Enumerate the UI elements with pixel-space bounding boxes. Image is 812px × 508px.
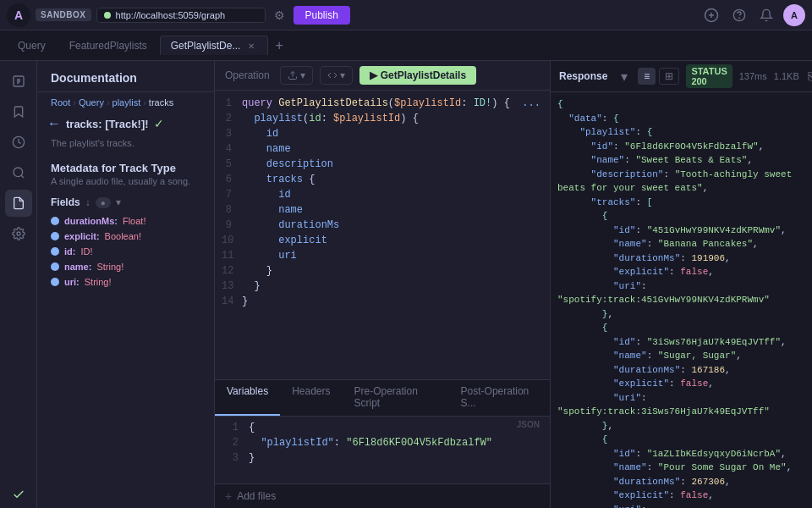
- run-query-button[interactable]: ▶ GetPlaylistDetails: [359, 66, 476, 85]
- field-dot-icon: [51, 247, 59, 256]
- code-editor[interactable]: 1 query GetPlaylistDetails($playlistId: …: [215, 91, 550, 379]
- breadcrumb: Root › Query › playlist › tracks: [37, 92, 214, 113]
- tab-headers[interactable]: Headers: [280, 380, 342, 416]
- response-panel: Response ▾ ≡ ⊞ STATUS 200 137ms 1.1KB ⎘ …: [550, 61, 812, 508]
- format-list-button[interactable]: ≡: [638, 68, 656, 85]
- fields-sort-button[interactable]: ↓: [85, 196, 91, 208]
- url-settings-button[interactable]: ⚙: [271, 7, 288, 24]
- field-type: Float!: [123, 216, 146, 226]
- tab-close-icon[interactable]: ✕: [245, 40, 257, 52]
- code-line-4: 4 name: [215, 143, 550, 158]
- tab-featured-playlists[interactable]: FeaturedPlaylists: [58, 36, 158, 55]
- code-line-12: 12 }: [215, 265, 550, 280]
- doc-panel-title: Documentation: [37, 61, 214, 92]
- svg-point-7: [17, 232, 20, 235]
- nav-operations-button[interactable]: [5, 68, 32, 95]
- format-grid-button[interactable]: ⊞: [659, 68, 679, 85]
- fields-count-badge: ●: [96, 197, 111, 208]
- tab-post-operation[interactable]: Post-Operation S...: [449, 380, 550, 416]
- breadcrumb-root[interactable]: Root: [51, 97, 70, 108]
- breadcrumb-playlist[interactable]: playlist: [112, 97, 141, 108]
- json-label: JSON: [517, 420, 540, 429]
- response-label: Response: [559, 70, 607, 82]
- nav-history-button[interactable]: [5, 129, 32, 156]
- response-size: 1.1KB: [774, 71, 799, 81]
- help-button[interactable]: [729, 7, 749, 24]
- code-line-10: 10 explicit: [215, 235, 550, 250]
- field-type: ID!: [80, 246, 92, 257]
- code-line-11: 11 uri: [215, 250, 550, 265]
- top-bar-right-icons: A: [700, 4, 805, 26]
- nav-docs-button[interactable]: [5, 190, 32, 217]
- code-line-14: 14 }: [215, 295, 550, 311]
- field-dot-icon: [51, 232, 59, 240]
- format-query-button[interactable]: ▾: [320, 66, 353, 85]
- code-line-6: 6 tracks {: [215, 174, 550, 189]
- tab-featured-label: FeaturedPlaylists: [69, 40, 147, 52]
- nav-bookmark-button[interactable]: [5, 98, 32, 125]
- tab-query-label: Query: [18, 40, 46, 52]
- code-line-8: 8 name: [215, 204, 550, 219]
- fields-more-button[interactable]: ▾: [116, 196, 121, 208]
- tab-query[interactable]: Query: [7, 36, 57, 55]
- top-bar: A SANDBOX http://localhost:5059/graph ⚙ …: [0, 0, 812, 30]
- response-dropdown-button[interactable]: ▾: [617, 67, 631, 86]
- tab-get-playlist[interactable]: GetPlaylistDe... ✕: [160, 36, 269, 55]
- response-body: { "data": { "playlist": { "id": "6Fl8d6K…: [551, 92, 812, 508]
- tab-variables[interactable]: Variables: [215, 380, 280, 416]
- nav-settings-button[interactable]: [5, 220, 32, 247]
- doc-fields-list: durationMs: Float! explicit: Boolean! id…: [37, 213, 214, 508]
- main-content: Documentation Root › Query › playlist › …: [0, 61, 812, 508]
- field-name: durationMs:: [64, 216, 118, 226]
- response-time: 137ms: [739, 71, 767, 81]
- upload-query-button[interactable]: ▾: [280, 66, 313, 85]
- field-type: Boolean!: [105, 231, 141, 241]
- add-tab-button[interactable]: +: [270, 36, 288, 55]
- back-button[interactable]: ←: [47, 116, 61, 131]
- add-files-row: + Add files: [215, 483, 550, 508]
- field-duration-ms: durationMs: Float!: [37, 213, 214, 229]
- connection-status-dot: [104, 12, 111, 19]
- operation-label: Operation: [225, 69, 270, 81]
- nav-search-button[interactable]: [5, 159, 32, 186]
- field-id: id: ID!: [37, 244, 214, 259]
- code-line-7: 7 id: [215, 189, 550, 204]
- code-line-9: 9 durationMs: [215, 219, 550, 235]
- documentation-panel: Documentation Root › Query › playlist › …: [37, 61, 215, 508]
- app-logo: A: [7, 3, 30, 27]
- avatar[interactable]: A: [783, 4, 805, 26]
- status-badge: STATUS 200: [686, 64, 732, 88]
- sandbox-badge: SANDBOX: [36, 8, 91, 21]
- code-line-1: 1 query GetPlaylistDetails($playlistId: …: [215, 97, 550, 113]
- field-dot-icon: [51, 217, 59, 225]
- url-bar[interactable]: http://localhost:5059/graph: [96, 8, 266, 23]
- code-line-3: 3 id: [215, 128, 550, 143]
- variables-editor[interactable]: JSON 1 { 2 "playlistId": "6Fl8d6KF0O4V5k…: [215, 416, 550, 483]
- code-line-13: 13 }: [215, 280, 550, 295]
- publish-button[interactable]: Publish: [294, 6, 350, 25]
- field-uri: uri: String!: [37, 274, 214, 290]
- field-name: uri:: [64, 277, 80, 287]
- tab-get-playlist-label: GetPlaylistDe...: [171, 40, 241, 52]
- add-files-button[interactable]: Add files: [237, 490, 276, 502]
- validated-icon: ✓: [154, 117, 164, 130]
- add-files-icon: +: [225, 489, 232, 503]
- doc-type-desc: A single audio file, usually a song.: [51, 176, 200, 186]
- field-explicit: explicit: Boolean!: [37, 229, 214, 244]
- notifications-button[interactable]: [756, 7, 776, 24]
- code-line-2: 2 playlist(id: $playlistId) {: [215, 113, 550, 128]
- left-sidebar-icons: [0, 61, 37, 508]
- svg-point-2: [739, 18, 740, 19]
- run-icon: ▶: [370, 69, 377, 81]
- breadcrumb-query[interactable]: Query: [79, 97, 104, 108]
- url-text: http://localhost:5059/graph: [116, 10, 226, 20]
- doc-type-section: Metadata for Track Type A single audio f…: [37, 155, 214, 196]
- response-copy-buttons: ⎘ ↓: [806, 68, 812, 85]
- tab-pre-operation[interactable]: Pre-Operation Script: [343, 380, 449, 416]
- nav-check-button[interactable]: [5, 481, 32, 508]
- field-name: name:: [64, 262, 91, 272]
- copy-response-button[interactable]: ⎘: [806, 68, 812, 85]
- ai-assist-button[interactable]: [700, 6, 722, 25]
- field-dot-icon: [51, 262, 59, 271]
- code-line-5: 5 description: [215, 158, 550, 174]
